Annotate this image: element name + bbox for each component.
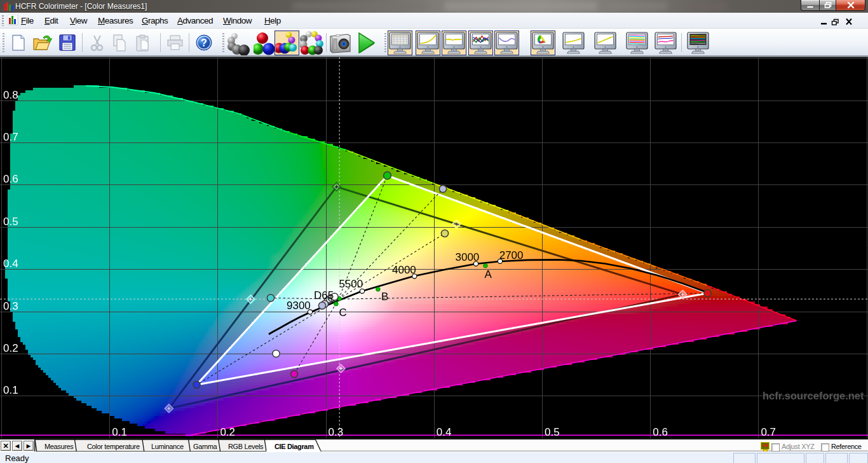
svg-text:?: ? (201, 38, 207, 48)
